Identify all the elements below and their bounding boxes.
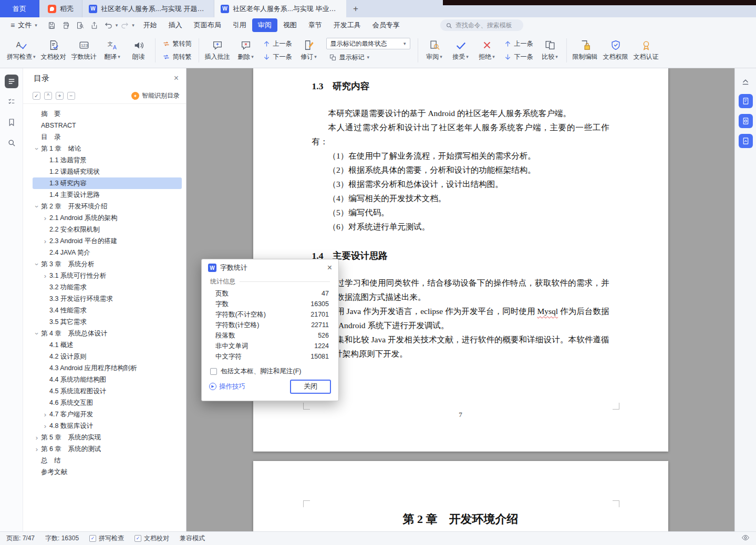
toc-item[interactable]: ›2.3 Android 平台的搭建 — [33, 235, 182, 247]
doc-paragraph[interactable]: 搜集和比较 Java 开发相关技术文献，进行软件的概要和详细设计。本软件遵循 C… — [312, 332, 609, 361]
toc-item[interactable]: 摘 要 — [33, 108, 182, 120]
menu-tab-developer[interactable]: 开发工具 — [328, 18, 367, 32]
next-change-button[interactable]: 下一条 — [501, 51, 536, 62]
doc-certify-button[interactable]: 文档认证 — [631, 35, 661, 66]
simp-to-trad-button[interactable]: 简转繁 — [160, 51, 194, 62]
reject-change-button[interactable]: 拒绝▾ — [474, 35, 500, 66]
toc-item[interactable]: 总 结 — [33, 455, 182, 466]
command-search-box[interactable] — [440, 19, 523, 31]
toc-item[interactable]: 3.3 开发运行环境需求 — [33, 293, 182, 305]
toc-item[interactable]: ›第 1 章 绪论 — [33, 143, 182, 154]
doc-list-item[interactable]: （5）编写代码。 — [312, 205, 609, 219]
status-word-count[interactable]: 字数: 16305 — [45, 534, 79, 543]
file-menu-button[interactable]: ≡ 文件 ▾ — [5, 18, 43, 32]
prev-comment-button[interactable]: 上一条 — [260, 38, 295, 49]
toc-item[interactable]: 1.1 选题背景 — [33, 154, 182, 166]
doc-proof-button[interactable]: 文档校对 — [38, 35, 69, 66]
review-button[interactable]: 审阅▾ — [421, 35, 448, 66]
chevron-right-icon[interactable]: › — [41, 411, 49, 418]
include-textbox-checkbox-row[interactable]: 包括文本框、脚注和尾注(F) — [210, 367, 330, 376]
toc-panel-toggle-button[interactable] — [5, 75, 18, 88]
spelling-error-word[interactable]: Mysql — [537, 307, 558, 316]
doc-paragraph[interactable]: 本研究课题需要设计的基于 Android 的社区老年人服务系统客户端。 — [312, 106, 609, 120]
toc-item[interactable]: 4.5 系统流程图设计 — [33, 385, 182, 397]
chevron-right-icon[interactable]: › — [41, 272, 49, 279]
toc-item[interactable]: ›4.8 数据库设计 — [33, 420, 182, 432]
insert-comment-button[interactable]: 插入批注 — [202, 35, 233, 66]
doc-paragraph[interactable]: 本人通过需求分析和设计出了社区老年人服务系统客户端，主要的一些工作有： — [312, 120, 609, 149]
toc-item[interactable]: 3.5 其它需求 — [33, 316, 182, 328]
find-panel-button[interactable] — [5, 136, 18, 150]
doc-paragraph[interactable]: 通过学习和使用同类软件，结合移动设备下的操作特点，获取软件的需求，并将其用数据流… — [312, 276, 609, 304]
toc-item[interactable]: ›3.1 系统可行性分析 — [33, 270, 182, 281]
toc-item[interactable]: 4.4 系统功能结构图 — [33, 374, 182, 385]
menu-tab-insert[interactable]: 插入 — [163, 18, 188, 32]
quick-doc-tool-button-1[interactable] — [739, 94, 753, 108]
doc-permission-button[interactable]: 文档权限 — [600, 35, 631, 66]
chevron-down-icon[interactable]: › — [34, 260, 40, 268]
doc-list-item[interactable]: （4）编写相关的开发技术文档。 — [312, 191, 609, 205]
tips-link[interactable]: ▶ 操作技巧 — [209, 382, 245, 391]
print-preview-button[interactable] — [73, 19, 87, 32]
chevron-right-icon[interactable]: › — [41, 423, 49, 429]
toc-item[interactable]: ›第 2 章 开发环境介绍 — [33, 201, 182, 212]
doc-list-item[interactable]: （6）对系统进行单元测试。 — [312, 219, 609, 234]
smart-recognize-toc-button[interactable]: ✦ 智能识别目录 — [131, 91, 180, 100]
toc-item[interactable]: 4.2 设计原则 — [33, 351, 182, 362]
doc-heading-1-4[interactable]: 1.4 主要设计思路 — [312, 249, 609, 262]
prev-change-button[interactable]: 上一条 — [501, 38, 536, 49]
chevron-down-icon[interactable]: › — [34, 329, 40, 338]
checklist-panel-button[interactable] — [5, 95, 18, 109]
toc-expand-all-button[interactable]: + — [56, 92, 64, 100]
toc-item[interactable]: 4.6 系统交互图 — [33, 397, 182, 408]
status-page-indicator[interactable]: 页面: 7/47 — [6, 534, 35, 543]
close-button[interactable]: 关闭 — [290, 380, 331, 394]
read-aloud-button[interactable]: 朗读 — [126, 35, 152, 66]
toc-fold-button[interactable]: − — [67, 92, 75, 100]
toolbar-customize-caret-icon[interactable]: ▾ — [132, 23, 134, 28]
toc-item[interactable]: 2.2 安全权限机制 — [33, 224, 182, 235]
chevron-right-icon[interactable]: › — [33, 434, 41, 441]
toc-item[interactable]: 4.1 概述 — [33, 339, 182, 351]
bookmark-panel-button[interactable] — [5, 116, 18, 129]
accept-change-button[interactable]: 接受▾ — [448, 35, 474, 66]
translate-button[interactable]: 文A 翻译▾ — [99, 35, 126, 66]
eye-protect-mode-button[interactable] — [741, 533, 750, 543]
command-search-input[interactable] — [455, 22, 517, 29]
spell-check-button[interactable]: A 拼写检查▾ — [4, 35, 38, 66]
menu-tab-home[interactable]: 开始 — [138, 18, 163, 32]
doc-heading-chapter-2[interactable]: 第 2 章 开发环境介绍 — [253, 461, 668, 527]
print-button[interactable] — [59, 19, 73, 32]
toc-close-icon[interactable]: × — [174, 74, 179, 83]
toc-item-current[interactable]: 1.3 研究内容 — [33, 177, 182, 189]
dialog-close-icon[interactable]: × — [327, 263, 332, 272]
quick-doc-tool-button-2[interactable] — [739, 114, 753, 128]
doc-list-item[interactable]: （2）根据系统具体的需要，分析和设计的功能框架结构。 — [312, 163, 609, 177]
restrict-editing-button[interactable]: 限制编辑 — [570, 35, 600, 66]
tab-home[interactable]: 首页 — [0, 0, 39, 17]
toc-select-button[interactable]: ✓ — [33, 92, 40, 100]
new-tab-button[interactable]: + — [346, 0, 365, 17]
menu-tab-view[interactable]: 视图 — [277, 18, 303, 32]
save-button[interactable] — [45, 19, 59, 32]
track-changes-button[interactable]: 修订▾ — [296, 35, 322, 66]
doc-list-item[interactable]: （3）根据需求分析和总体设计，设计出结构图。 — [312, 177, 609, 191]
show-markup-button[interactable]: 显示标记 ▾ — [326, 52, 410, 63]
toc-item[interactable]: 2.4 JAVA 简介 — [33, 247, 182, 258]
toc-item[interactable]: 4.3 Android 应用程序结构剖析 — [33, 362, 182, 374]
trad-to-simp-button[interactable]: 繁转简 — [160, 38, 194, 49]
chevron-down-icon[interactable]: › — [34, 144, 40, 153]
status-doc-proof-toggle[interactable]: ✓ 文档校对 — [134, 534, 169, 543]
menu-tab-section[interactable]: 章节 — [303, 18, 328, 32]
status-compat-mode[interactable]: 兼容模式 — [180, 534, 205, 543]
menu-tab-review-active[interactable]: 审阅 — [252, 18, 277, 32]
toc-collapse-all-button[interactable]: ^ — [44, 92, 52, 100]
chevron-right-icon[interactable]: › — [41, 215, 49, 222]
tab-document-2-active[interactable]: W 社区老年人服务系...与实现 毕业论文 — [214, 0, 346, 17]
collapse-panel-button[interactable] — [739, 76, 752, 88]
undo-button[interactable] — [101, 19, 116, 32]
chevron-down-icon[interactable]: › — [34, 202, 40, 211]
chevron-right-icon[interactable]: › — [41, 238, 49, 245]
toc-item[interactable]: 1.2 课题研究现状 — [33, 166, 182, 177]
delete-comment-button[interactable]: 删除▾ — [233, 35, 259, 66]
